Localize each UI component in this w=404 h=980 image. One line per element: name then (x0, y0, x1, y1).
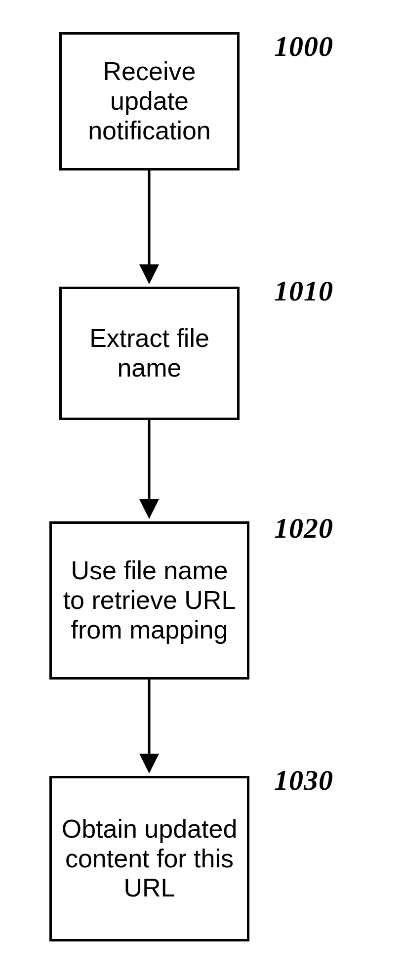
flowchart-canvas: Receive update notification 1000 Extract… (0, 0, 404, 980)
flowchart-node-ref-1000: 1000 (274, 30, 333, 63)
flowchart-node-ref-1020: 1020 (274, 511, 333, 545)
flowchart-node-1020: Use file name to retrieve URL from mappi… (49, 521, 249, 680)
flowchart-node-text: Use file name to retrieve URL from mappi… (57, 556, 242, 644)
flowchart-node-ref-1030: 1030 (274, 764, 333, 797)
flowchart-node-1000: Receive update notification (59, 32, 240, 170)
flowchart-node-ref-1010: 1010 (274, 274, 333, 307)
flowchart-node-1010: Extract file name (59, 287, 240, 420)
flowchart-node-text: Obtain updated content for this URL (57, 814, 242, 903)
flowchart-node-text: Extract file name (67, 324, 232, 383)
flowchart-node-text: Receive update notification (67, 57, 232, 145)
flowchart-node-1030: Obtain updated content for this URL (49, 776, 249, 941)
